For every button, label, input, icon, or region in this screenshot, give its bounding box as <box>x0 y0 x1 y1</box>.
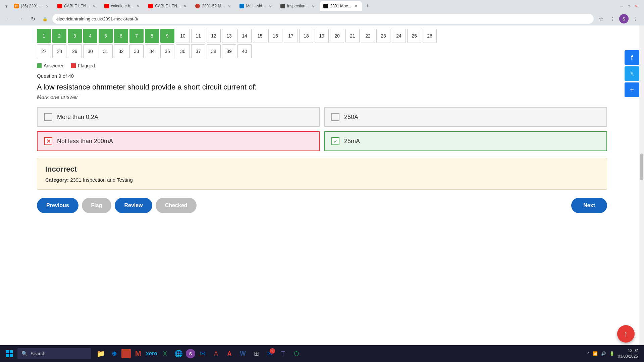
previous-button[interactable]: Previous <box>37 198 78 213</box>
question-cell-4[interactable]: 4 <box>83 29 97 43</box>
question-cell-18[interactable]: 18 <box>299 29 313 43</box>
facebook-button[interactable]: f <box>625 50 639 65</box>
question-cell-37[interactable]: 37 <box>191 44 205 58</box>
taskbar-app-green[interactable]: ⬡ <box>290 348 303 360</box>
question-cell-9[interactable]: 9 <box>160 29 174 43</box>
back-button[interactable]: ← <box>4 14 13 23</box>
question-cell-12[interactable]: 12 <box>207 29 221 43</box>
tab-8[interactable]: 2391 Moc... ✕ <box>320 1 362 11</box>
flag-button[interactable]: Flag <box>82 198 112 213</box>
more-button[interactable]: ⋮ <box>631 14 640 23</box>
question-cell-34[interactable]: 34 <box>145 44 159 58</box>
close-button[interactable]: ✕ <box>634 4 639 8</box>
review-button[interactable]: Review <box>115 198 152 213</box>
tab-close-3[interactable]: ✕ <box>136 3 141 9</box>
question-cell-27[interactable]: 27 <box>37 44 51 58</box>
taskbar-xero[interactable]: xero <box>146 348 158 360</box>
question-cell-11[interactable]: 11 <box>191 29 205 43</box>
answer-option-d[interactable]: ✓ 25mA <box>324 131 607 151</box>
question-cell-40[interactable]: 40 <box>237 44 252 58</box>
question-cell-10[interactable]: 10 <box>176 29 190 43</box>
tab-5[interactable]: 2391-52 M... ✕ <box>192 1 235 11</box>
tab-close-6[interactable]: ✕ <box>268 3 273 9</box>
taskbar-word[interactable]: W <box>237 348 249 360</box>
question-cell-13[interactable]: 13 <box>222 29 236 43</box>
scrollbar[interactable] <box>639 25 644 345</box>
bookmark-button[interactable]: ☆ <box>596 14 606 23</box>
scrollbar-thumb[interactable] <box>640 154 643 180</box>
question-cell-30[interactable]: 30 <box>83 44 97 58</box>
question-cell-31[interactable]: 31 <box>99 44 113 58</box>
taskbar-word-m[interactable]: M <box>132 348 144 360</box>
question-cell-2[interactable]: 2 <box>52 29 66 43</box>
question-cell-17[interactable]: 17 <box>284 29 298 43</box>
taskbar-excel[interactable]: X <box>159 348 171 360</box>
question-cell-39[interactable]: 39 <box>222 44 236 58</box>
question-cell-36[interactable]: 36 <box>176 44 190 58</box>
question-cell-21[interactable]: 21 <box>345 29 360 43</box>
question-cell-29[interactable]: 29 <box>68 44 82 58</box>
taskbar-chrome[interactable]: 🌐 <box>172 348 184 360</box>
forward-button[interactable]: → <box>16 14 25 23</box>
taskbar-app-s[interactable]: S <box>186 349 195 358</box>
share-button[interactable]: + <box>625 82 639 97</box>
question-cell-15[interactable]: 15 <box>253 29 267 43</box>
question-cell-26[interactable]: 26 <box>423 29 437 43</box>
reload-button[interactable]: ↻ <box>28 14 38 23</box>
taskbar-adobe[interactable]: A <box>223 348 235 360</box>
question-cell-14[interactable]: 14 <box>237 29 252 43</box>
question-cell-1[interactable]: 1 <box>37 29 51 43</box>
question-cell-19[interactable]: 19 <box>315 29 329 43</box>
question-cell-8[interactable]: 8 <box>145 29 159 43</box>
question-cell-22[interactable]: 22 <box>361 29 375 43</box>
question-cell-32[interactable]: 32 <box>114 44 128 58</box>
question-cell-24[interactable]: 24 <box>392 29 406 43</box>
start-button[interactable] <box>3 348 15 360</box>
tab-close-8[interactable]: ✕ <box>353 3 359 9</box>
tab-close-7[interactable]: ✕ <box>311 3 316 9</box>
minimize-button[interactable]: ─ <box>619 4 624 8</box>
question-cell-33[interactable]: 33 <box>129 44 144 58</box>
question-cell-3[interactable]: 3 <box>68 29 82 43</box>
profile-avatar[interactable]: S <box>619 14 629 23</box>
twitter-button[interactable]: 𝕏 <box>625 66 639 81</box>
tab-6[interactable]: Mail - sid... ✕ <box>236 1 276 11</box>
url-bar[interactable] <box>52 14 594 24</box>
question-cell-7[interactable]: 7 <box>129 29 144 43</box>
answer-option-c[interactable]: ✕ Not less than 200mA <box>37 131 320 151</box>
taskbar-mail-app[interactable]: ✉ 2 <box>264 348 276 360</box>
question-cell-23[interactable]: 23 <box>376 29 390 43</box>
checked-button[interactable]: Checked <box>156 198 197 213</box>
taskbar-teams[interactable]: T <box>277 348 289 360</box>
question-cell-16[interactable]: 16 <box>268 29 282 43</box>
answer-option-b[interactable]: 250A <box>324 107 607 127</box>
taskbar-app-red1[interactable] <box>121 349 131 358</box>
answer-option-a[interactable]: More than 0.2A <box>37 107 320 127</box>
taskbar-outlook[interactable]: ✉ <box>197 348 209 360</box>
tab-3[interactable]: calculate h... ✕ <box>101 1 144 11</box>
extension-button[interactable]: ⋮ <box>608 14 617 23</box>
question-cell-6[interactable]: 6 <box>114 29 128 43</box>
tab-close-1[interactable]: ✕ <box>45 3 50 9</box>
tray-chevron-icon[interactable]: ^ <box>587 351 589 356</box>
tab-2[interactable]: CABLE LEN... ✕ <box>54 1 100 11</box>
next-button[interactable]: Next <box>571 198 607 213</box>
taskbar-search[interactable]: 🔍 Search <box>17 348 91 359</box>
tab-list-button[interactable]: ▾ <box>3 2 10 10</box>
taskbar-file-explorer[interactable]: 📁 <box>95 348 107 360</box>
taskbar-teams-app[interactable]: ⊞ <box>250 348 262 360</box>
question-cell-28[interactable]: 28 <box>52 44 66 58</box>
question-cell-25[interactable]: 25 <box>407 29 421 43</box>
tab-close-2[interactable]: ✕ <box>92 3 97 9</box>
tab-7[interactable]: Inspection... ✕ <box>277 1 320 11</box>
home-button[interactable]: 🔒 <box>40 14 50 23</box>
tab-close-4[interactable]: ✕ <box>182 3 188 9</box>
taskbar-acrobat[interactable]: A <box>210 348 222 360</box>
question-cell-5[interactable]: 5 <box>99 29 113 43</box>
question-cell-20[interactable]: 20 <box>330 29 344 43</box>
question-cell-35[interactable]: 35 <box>160 44 174 58</box>
new-tab-button[interactable]: + <box>363 1 372 11</box>
scroll-to-top-button[interactable]: ↑ <box>617 325 635 343</box>
tab-close-5[interactable]: ✕ <box>227 3 232 9</box>
taskbar-edge[interactable]: ⊕ <box>108 348 120 360</box>
